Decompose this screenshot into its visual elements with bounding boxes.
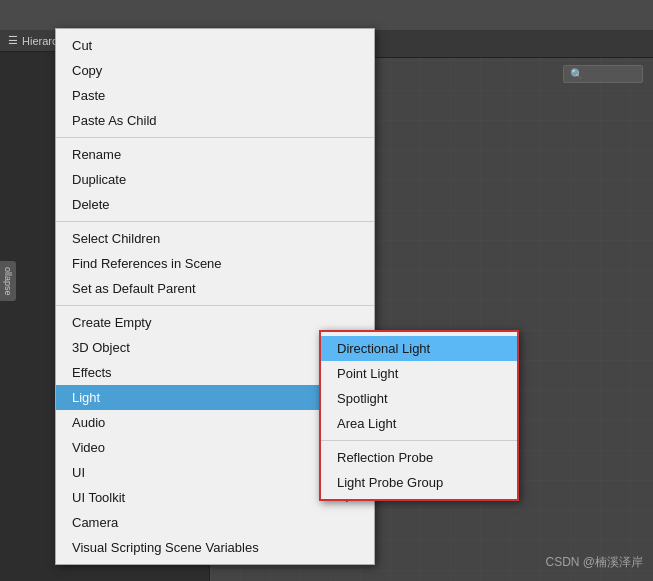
- menu-item-copy-label: Copy: [72, 63, 102, 78]
- watermark-text: CSDN @楠溪泽岸: [545, 555, 643, 569]
- menu-item-delete[interactable]: Delete: [56, 192, 374, 217]
- submenu-directional-light-label: Directional Light: [337, 341, 430, 356]
- divider-3: [56, 305, 374, 306]
- menu-item-effects-label: Effects: [72, 365, 112, 380]
- submenu-reflection-probe-label: Reflection Probe: [337, 450, 433, 465]
- collapse-label: ollapse: [3, 267, 13, 296]
- menu-item-paste-as-child[interactable]: Paste As Child: [56, 108, 374, 133]
- submenu-area-light-label: Area Light: [337, 416, 396, 431]
- menu-item-visual-scripting[interactable]: Visual Scripting Scene Variables: [56, 535, 374, 560]
- submenu-item-spotlight[interactable]: Spotlight: [321, 386, 517, 411]
- watermark: CSDN @楠溪泽岸: [545, 554, 643, 571]
- submenu-item-directional-light[interactable]: Directional Light: [321, 336, 517, 361]
- menu-item-duplicate[interactable]: Duplicate: [56, 167, 374, 192]
- submenu-item-area-light[interactable]: Area Light: [321, 411, 517, 436]
- menu-item-create-empty-label: Create Empty: [72, 315, 151, 330]
- submenu-item-point-light[interactable]: Point Light: [321, 361, 517, 386]
- menu-item-visual-scripting-label: Visual Scripting Scene Variables: [72, 540, 259, 555]
- menu-item-find-references[interactable]: Find References in Scene: [56, 251, 374, 276]
- menu-item-select-children-label: Select Children: [72, 231, 160, 246]
- menu-item-rename[interactable]: Rename: [56, 142, 374, 167]
- menu-item-paste-as-child-label: Paste As Child: [72, 113, 157, 128]
- menu-item-light-label: Light: [72, 390, 100, 405]
- menu-item-ui-label: UI: [72, 465, 85, 480]
- menu-item-3d-object-label: 3D Object: [72, 340, 130, 355]
- submenu-point-light-label: Point Light: [337, 366, 398, 381]
- menu-item-rename-label: Rename: [72, 147, 121, 162]
- menu-item-cut-label: Cut: [72, 38, 92, 53]
- menu-item-cut[interactable]: Cut: [56, 33, 374, 58]
- collapse-button[interactable]: ollapse: [0, 261, 16, 301]
- divider-2: [56, 221, 374, 222]
- menu-item-set-default-parent[interactable]: Set as Default Parent: [56, 276, 374, 301]
- menu-item-paste-label: Paste: [72, 88, 105, 103]
- divider-1: [56, 137, 374, 138]
- menu-item-audio-label: Audio: [72, 415, 105, 430]
- menu-item-camera-label: Camera: [72, 515, 118, 530]
- submenu-spotlight-label: Spotlight: [337, 391, 388, 406]
- submenu-item-light-probe-group[interactable]: Light Probe Group: [321, 470, 517, 495]
- submenu-light-probe-group-label: Light Probe Group: [337, 475, 443, 490]
- submenu-item-reflection-probe[interactable]: Reflection Probe: [321, 445, 517, 470]
- menu-item-find-references-label: Find References in Scene: [72, 256, 222, 271]
- hierarchy-icon: ☰: [8, 34, 18, 47]
- submenu-divider-1: [321, 440, 517, 441]
- light-submenu: Directional Light Point Light Spotlight …: [319, 330, 519, 501]
- menu-item-delete-label: Delete: [72, 197, 110, 212]
- menu-item-set-default-parent-label: Set as Default Parent: [72, 281, 196, 296]
- menu-item-duplicate-label: Duplicate: [72, 172, 126, 187]
- menu-item-video-label: Video: [72, 440, 105, 455]
- menu-item-copy[interactable]: Copy: [56, 58, 374, 83]
- search-input[interactable]: [563, 65, 643, 83]
- menu-item-camera[interactable]: Camera: [56, 510, 374, 535]
- menu-item-ui-toolkit-label: UI Toolkit: [72, 490, 125, 505]
- menu-item-paste[interactable]: Paste: [56, 83, 374, 108]
- menu-item-select-children[interactable]: Select Children: [56, 226, 374, 251]
